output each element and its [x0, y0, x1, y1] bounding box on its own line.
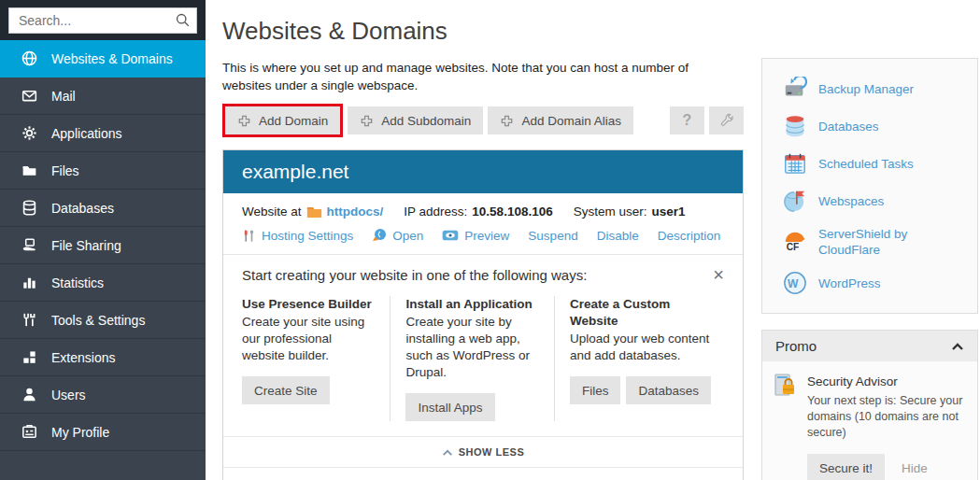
- tools-box: Backup Manager Databases Scheduled Tasks…: [761, 58, 978, 314]
- chevron-up-icon: [442, 448, 453, 457]
- domain-actions-row: Hosting Settings Open Preview Suspend Di…: [223, 222, 743, 254]
- sidebar: Websites & Domains Mail Applications Fil…: [0, 0, 206, 480]
- promo-header[interactable]: Promo: [762, 331, 977, 361]
- sidebar-item-file-sharing[interactable]: File Sharing: [0, 227, 206, 264]
- help-button[interactable]: ?: [670, 106, 704, 134]
- domain-name: example.net: [242, 161, 348, 182]
- sidebar-item-label: File Sharing: [51, 238, 121, 253]
- ip-label: IP address:: [404, 205, 467, 219]
- search-strip: [0, 0, 206, 40]
- files-button[interactable]: Files: [570, 376, 621, 404]
- add-domain-button[interactable]: Add Domain: [225, 106, 340, 134]
- search-input[interactable]: [8, 7, 197, 34]
- databases-button[interactable]: Databases: [626, 376, 711, 404]
- docroot-link[interactable]: httpdocs/: [327, 205, 384, 219]
- databases-tool-link[interactable]: Databases: [775, 107, 964, 145]
- security-advisor-icon: [774, 373, 798, 480]
- column-title: Install an Application: [405, 296, 540, 313]
- blocks-icon: [20, 348, 38, 367]
- add-domain-alias-label: Add Domain Alias: [521, 114, 621, 128]
- page-settings-button[interactable]: [709, 106, 744, 134]
- column-text: Create your site using our professional …: [242, 314, 376, 364]
- sidebar-item-tools-settings[interactable]: Tools & Settings: [0, 302, 206, 339]
- sidebar-item-label: Users: [51, 388, 86, 402]
- webspaces-globe-icon: [783, 189, 807, 213]
- sidebar-item-files[interactable]: Files: [0, 152, 206, 190]
- create-site-button[interactable]: Create Site: [242, 376, 330, 404]
- cloudflare-icon: CF: [783, 230, 807, 254]
- envelope-icon: [20, 87, 38, 106]
- add-subdomain-button[interactable]: Add Subdomain: [348, 106, 483, 134]
- sidebar-item-label: Tools & Settings: [51, 313, 145, 328]
- hosting-settings-label: Hosting Settings: [262, 229, 353, 243]
- sidebar-item-statistics[interactable]: Statistics: [0, 264, 206, 302]
- scheduled-tasks-link[interactable]: Scheduled Tasks: [775, 145, 964, 182]
- page-title: Websites & Domains: [222, 17, 744, 46]
- tools-icon: [20, 311, 38, 330]
- tools-mini-icon: [242, 229, 256, 243]
- add-domain-highlight: Add Domain: [222, 104, 343, 137]
- preview-link[interactable]: Preview: [442, 229, 509, 243]
- sidebar-item-extensions[interactable]: Extensions: [0, 339, 206, 376]
- system-user-label: System user:: [574, 205, 647, 219]
- search-box: [8, 7, 197, 34]
- sidebar-item-label: Extensions: [51, 350, 115, 365]
- getting-started-columns: Use Presence Builder Create your site us…: [242, 296, 724, 421]
- svg-text:CF: CF: [787, 242, 800, 252]
- disable-link[interactable]: Disable: [597, 229, 639, 243]
- description-link[interactable]: Description: [658, 229, 721, 243]
- security-advisor-text: Your next step is: Secure your domains (…: [807, 393, 966, 441]
- svg-text:W: W: [788, 277, 799, 290]
- collapse-icon: [951, 338, 964, 354]
- sidebar-item-label: Statistics: [51, 275, 104, 290]
- hosting-settings-link[interactable]: Hosting Settings: [242, 229, 353, 243]
- sidebar-item-label: My Profile: [51, 425, 109, 440]
- hide-link[interactable]: Hide: [902, 461, 928, 475]
- install-apps-button[interactable]: Install Apps: [405, 393, 494, 421]
- search-icon[interactable]: [175, 12, 191, 32]
- getting-started-section: Start creating your website in one of th…: [223, 254, 743, 436]
- backup-manager-icon: [783, 77, 807, 101]
- sidebar-item-my-profile[interactable]: My Profile: [0, 414, 206, 451]
- sidebar-item-label: Websites & Domains: [51, 51, 173, 66]
- website-at-label: Website at: [242, 205, 302, 219]
- column-buttons: Install Apps: [405, 393, 540, 421]
- sidebar-item-applications[interactable]: Applications: [0, 115, 206, 152]
- ip-value: 10.58.108.106: [472, 205, 552, 219]
- open-site-icon: [372, 228, 387, 243]
- wordpress-link[interactable]: W WordPress: [775, 264, 964, 302]
- sidebar-nav: Websites & Domains Mail Applications Fil…: [0, 40, 206, 451]
- secure-it-button[interactable]: Secure it!: [807, 454, 885, 480]
- domain-toolbar: Add Domain Add Subdomain Add Domain Alia…: [222, 104, 744, 137]
- suspend-link[interactable]: Suspend: [528, 229, 577, 243]
- show-less-label: SHOW LESS: [459, 446, 525, 458]
- servershield-link[interactable]: CF ServerShield by CloudFlare: [775, 219, 964, 264]
- system-user-value: user1: [651, 205, 685, 219]
- sidebar-item-mail[interactable]: Mail: [0, 78, 206, 115]
- scheduled-tasks-label: Scheduled Tasks: [818, 156, 914, 172]
- open-label: Open: [392, 229, 423, 243]
- question-mark-icon: ?: [683, 112, 692, 129]
- preview-eye-icon: [442, 229, 459, 242]
- getting-started-header: Start creating your website in one of th…: [242, 267, 724, 283]
- domain-banner: example.net: [223, 150, 743, 193]
- sidebar-item-websites-domains[interactable]: Websites & Domains: [0, 40, 206, 78]
- backup-manager-link[interactable]: Backup Manager: [775, 70, 964, 107]
- column-text: Upload your web content and add database…: [570, 331, 711, 364]
- sidebar-item-databases[interactable]: Databases: [0, 190, 206, 227]
- sidebar-item-label: Files: [51, 163, 79, 178]
- database-icon: [20, 199, 38, 218]
- sidebar-item-label: Applications: [51, 126, 122, 141]
- sidebar-item-users[interactable]: Users: [0, 376, 206, 414]
- presence-builder-column: Use Presence Builder Create your site us…: [242, 296, 390, 421]
- close-icon[interactable]: ×: [713, 267, 724, 282]
- install-application-column: Install an Application Create your site …: [390, 296, 553, 421]
- webspaces-link[interactable]: Webspaces: [775, 182, 964, 219]
- column-text: Create your site by installing a web app…: [405, 314, 540, 381]
- open-site-link[interactable]: Open: [372, 228, 423, 243]
- show-less-toggle[interactable]: SHOW LESS: [223, 436, 743, 467]
- preview-label: Preview: [464, 229, 509, 243]
- sidebar-item-label: Databases: [51, 201, 114, 216]
- calendar-icon: [783, 151, 807, 176]
- add-domain-alias-button[interactable]: Add Domain Alias: [488, 106, 633, 134]
